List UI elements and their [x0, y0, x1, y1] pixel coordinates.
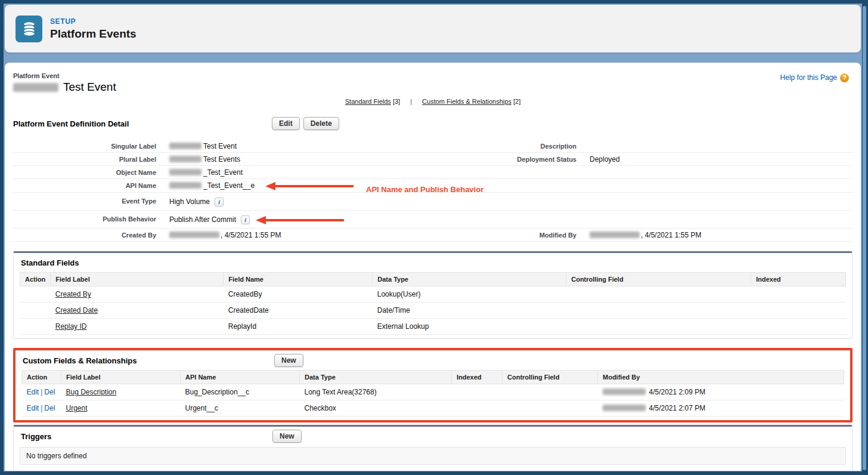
field-label-link[interactable]: Urgent: [66, 404, 88, 412]
controlling-field-cell: [503, 400, 598, 417]
new-custom-field-button[interactable]: New: [274, 354, 303, 367]
setup-header: SETUP Platform Events: [5, 5, 861, 53]
triggers-heading: Triggers: [21, 432, 845, 441]
field-label-link[interactable]: Created By: [55, 290, 91, 298]
detail-grid: Singular Label Test Event Description Pl…: [13, 140, 852, 242]
info-icon[interactable]: i: [215, 198, 224, 206]
info-icon[interactable]: i: [241, 215, 250, 224]
field-label: Object Name: [13, 166, 156, 179]
modified-by-cell: 4/5/2021 2:07 PM: [598, 400, 844, 417]
action-cell: [20, 303, 51, 319]
field-label: API Name: [13, 179, 156, 193]
empty-cell: [576, 193, 852, 211]
empty-cell: [576, 179, 852, 193]
data-type-cell: Date/Time: [373, 303, 566, 319]
data-type-cell: Checkbox: [300, 400, 452, 417]
quicklink-separator: |: [410, 98, 412, 105]
redacted-text: [169, 143, 202, 149]
empty-cell: [430, 193, 576, 211]
table-row: Created Date CreatedDate Date/Time: [20, 303, 846, 319]
custom-fields-table: Action Field Label API Name Data Type In…: [21, 370, 844, 417]
page-title-text: Test Event: [63, 81, 116, 94]
new-trigger-button[interactable]: New: [272, 430, 302, 443]
field-value: Publish After Commiti: [156, 211, 430, 229]
del-link[interactable]: Del: [44, 404, 55, 412]
table-row: Created By CreatedBy Lookup(User): [20, 286, 846, 303]
action-cell: [20, 319, 51, 335]
field-label: Publish Behavior: [13, 211, 156, 229]
indexed-cell: [452, 384, 503, 400]
page-title: Test Event: [13, 81, 852, 94]
custom-fields-heading: Custom Fields & Relationships: [23, 356, 843, 365]
column-header: Action: [22, 371, 61, 384]
field-value: , 4/5/2021 1:55 PM: [576, 229, 852, 242]
indexed-cell: [751, 303, 846, 319]
data-type-cell: Lookup(User): [373, 286, 566, 303]
custom-fields-header: Custom Fields & Relationships New: [21, 351, 844, 370]
column-header: Controlling Field: [566, 273, 751, 286]
action-cell: [20, 286, 51, 303]
column-header: Field Label: [61, 371, 181, 384]
help-link[interactable]: Help for this Page: [780, 73, 837, 82]
del-link[interactable]: Del: [44, 388, 55, 396]
field-name-cell: ReplayId: [224, 319, 373, 335]
table-row: Edit|Del Urgent Urgent__c Checkbox 4/5/2…: [22, 400, 844, 417]
data-type-cell: External Lookup: [373, 319, 566, 335]
quicklink-standard-fields[interactable]: Standard Fields [3]: [345, 98, 400, 105]
field-value: Deployed: [576, 153, 852, 166]
platform-events-icon: [16, 16, 42, 42]
quicklink-custom-fields[interactable]: Custom Fields & Relationships [2]: [422, 98, 520, 105]
standard-fields-header: Standard Fields: [20, 253, 846, 272]
field-name-cell: CreatedBy: [224, 286, 373, 303]
triggers-header: Triggers New: [20, 427, 846, 446]
field-label-link[interactable]: Bug Description: [66, 388, 117, 396]
field-name-cell: CreatedDate: [224, 303, 373, 319]
edit-link[interactable]: Edit: [27, 388, 39, 396]
field-label: Description: [430, 140, 576, 153]
column-header: Modified By: [598, 371, 844, 384]
redacted-text: [169, 182, 202, 189]
table-row: Edit|Del Bug Description Bug_Description…: [22, 384, 844, 400]
column-header: Field Label: [51, 273, 224, 286]
column-header: Action: [20, 273, 51, 286]
field-label-link[interactable]: Replay ID: [55, 322, 87, 331]
red-arrow-publish-behavior: [256, 216, 344, 224]
field-label-link[interactable]: Created Date: [55, 306, 98, 314]
section-quicklinks: Standard Fields [3] | Custom Fields & Re…: [13, 98, 852, 105]
column-header: API Name: [181, 371, 300, 384]
api-name-cell: Urgent__c: [181, 400, 300, 417]
empty-cell: [576, 211, 852, 229]
standard-fields-table: Action Field Label Field Name Data Type …: [20, 272, 846, 335]
help-icon[interactable]: ?: [840, 73, 849, 82]
redacted-user-name: [590, 232, 640, 238]
edit-button[interactable]: Edit: [272, 117, 300, 130]
redacted-text: [169, 156, 202, 162]
column-header: Data Type: [373, 273, 566, 286]
column-header: Data Type: [300, 371, 452, 384]
help-row: Help for this Page?: [780, 73, 849, 82]
indexed-cell: [751, 319, 846, 335]
delete-button[interactable]: Delete: [303, 117, 339, 130]
table-row: Replay ID ReplayId External Lookup: [20, 319, 846, 335]
column-header: Indexed: [751, 273, 846, 286]
action-cell: Edit|Del: [22, 400, 61, 417]
indexed-cell: [751, 286, 846, 303]
red-highlight-border: Custom Fields & Relationships New Action…: [13, 348, 852, 422]
data-type-cell: Long Text Area(32768): [300, 384, 452, 400]
setup-page-title: Platform Events: [50, 27, 137, 41]
field-value: _Test_Event: [156, 166, 430, 179]
empty-cell: [576, 166, 852, 179]
column-header: Controlling Field: [503, 371, 598, 384]
empty-cell: [430, 166, 576, 179]
controlling-field-cell: [503, 384, 598, 400]
field-value: , 4/5/2021 1:55 PM: [156, 229, 430, 242]
standard-fields-section: Standard Fields Action Field Label Field…: [13, 251, 852, 339]
redacted-user-name: [169, 232, 219, 238]
indexed-cell: [452, 400, 503, 417]
redacted-user-name: [603, 405, 646, 411]
edit-link[interactable]: Edit: [27, 404, 39, 412]
red-text-annotation: API Name and Publish Behavior: [366, 185, 483, 194]
scrollbar[interactable]: [863, 6, 866, 470]
red-arrow-api-name: [265, 182, 354, 190]
database-icon: [21, 20, 38, 37]
